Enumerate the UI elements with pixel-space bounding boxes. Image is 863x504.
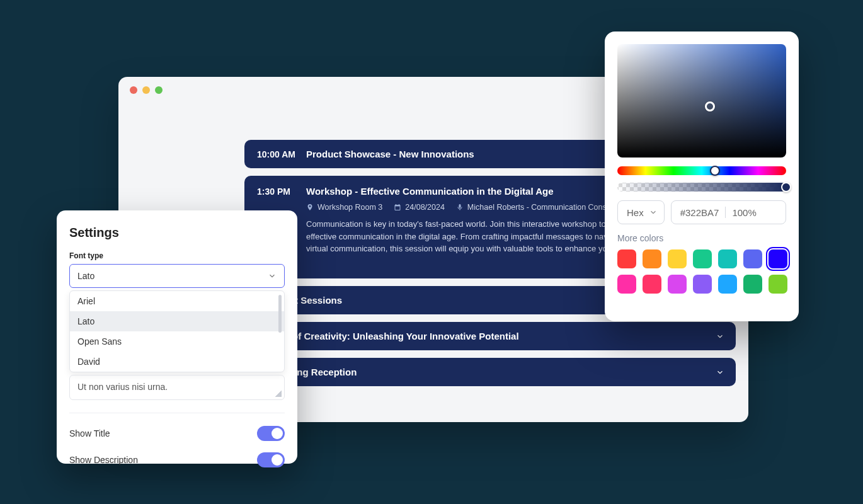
color-swatch[interactable] <box>693 275 712 294</box>
settings-heading: Settings <box>69 226 285 240</box>
schedule-item[interactable]: Networking Reception <box>244 358 736 386</box>
resize-handle-icon[interactable] <box>275 391 282 397</box>
window-zoom-icon[interactable] <box>155 86 163 94</box>
alpha-slider[interactable] <box>617 183 786 192</box>
location-pin-icon <box>306 203 314 211</box>
color-swatch[interactable] <box>718 275 737 294</box>
font-type-dropdown[interactable]: Ariel Lato Open Sans David <box>69 290 285 372</box>
color-swatch[interactable] <box>769 249 787 268</box>
more-colors-label: More colors <box>617 233 786 243</box>
color-format-select[interactable]: Hex <box>617 200 665 224</box>
hue-slider[interactable] <box>617 166 786 175</box>
font-type-label: Font type <box>69 251 285 260</box>
color-swatch[interactable] <box>743 249 762 268</box>
chevron-down-icon[interactable] <box>716 332 724 343</box>
alpha-thumb-icon[interactable] <box>781 182 791 192</box>
color-swatch[interactable] <box>617 275 636 294</box>
window-minimize-icon[interactable] <box>142 86 150 94</box>
chevron-down-icon <box>268 272 277 280</box>
window-close-icon[interactable] <box>130 86 137 94</box>
schedule-time: 10:00 AM <box>257 149 297 159</box>
divider <box>69 413 285 413</box>
divider <box>725 207 726 218</box>
color-picker-panel: Hex #322BA7 100% More colors <box>605 32 799 321</box>
color-swatch[interactable] <box>693 249 712 268</box>
color-swatch[interactable] <box>668 275 687 294</box>
show-description-toggle[interactable] <box>257 452 285 467</box>
hue-thumb-icon[interactable] <box>710 166 720 176</box>
font-option[interactable]: Open Sans <box>70 331 284 352</box>
settings-panel: Settings Font type Lato Ariel Lato Open … <box>57 210 297 464</box>
font-option-selected[interactable]: Lato <box>70 311 284 331</box>
color-swatch[interactable] <box>643 249 661 268</box>
hex-value: #322BA7 <box>680 207 719 218</box>
opacity-value: 100% <box>732 207 756 218</box>
schedule-title: Networking Reception <box>257 367 723 377</box>
show-title-toggle[interactable] <box>257 426 285 441</box>
color-swatch[interactable] <box>617 249 636 268</box>
calendar-icon <box>394 203 401 211</box>
schedule-title: The Art of Creativity: Unleashing Your I… <box>257 331 723 341</box>
microphone-icon <box>456 203 464 211</box>
font-type-value: Lato <box>77 271 94 281</box>
color-swatch[interactable] <box>743 275 762 294</box>
chevron-down-icon[interactable] <box>716 368 724 379</box>
chevron-down-icon <box>649 208 658 217</box>
hex-input[interactable]: #322BA7 100% <box>671 200 786 224</box>
show-description-label: Show Description <box>69 455 138 465</box>
saturation-value-canvas[interactable] <box>617 44 786 158</box>
speaker: Michael Roberts - Communication Consulta… <box>456 203 626 212</box>
show-title-label: Show Title <box>69 428 110 438</box>
font-option[interactable]: Ariel <box>70 291 284 311</box>
color-swatch[interactable] <box>769 275 787 294</box>
color-swatch[interactable] <box>643 275 661 294</box>
color-cursor-icon[interactable] <box>705 101 715 112</box>
location: Workshop Room 3 <box>306 203 382 212</box>
color-swatch[interactable] <box>718 249 737 268</box>
swatches-grid <box>617 249 786 294</box>
date: 24/08/2024 <box>394 203 445 212</box>
font-type-select[interactable]: Lato <box>69 264 285 288</box>
scrollbar-thumb[interactable] <box>278 295 282 333</box>
description-textarea[interactable]: Ut non varius nisi urna. <box>69 375 285 400</box>
font-option[interactable]: David <box>70 352 284 372</box>
schedule-time: 1:30 PM <box>257 186 297 197</box>
color-swatch[interactable] <box>668 249 687 268</box>
schedule-item[interactable]: The Art of Creativity: Unleashing Your I… <box>244 322 736 350</box>
